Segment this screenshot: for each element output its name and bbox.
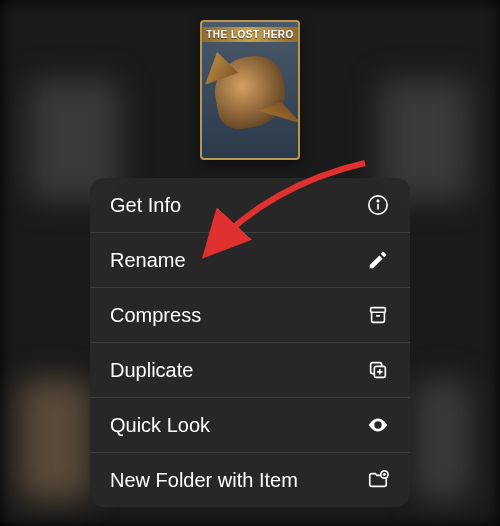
book-title: THE LOST HERO [202,29,298,40]
blurred-item [20,380,90,500]
folder-plus-icon [366,468,390,492]
info-icon [366,193,390,217]
duplicate-icon [366,358,390,382]
menu-item-label: New Folder with Item [110,469,298,492]
menu-compress[interactable]: Compress [90,288,410,343]
svg-rect-3 [371,308,386,313]
menu-get-info[interactable]: Get Info [90,178,410,233]
pencil-icon [366,248,390,272]
menu-item-label: Compress [110,304,201,327]
menu-item-label: Rename [110,249,186,272]
book-thumbnail[interactable]: THE LOST HERO [200,20,300,160]
archive-icon [366,303,390,327]
menu-item-label: Get Info [110,194,181,217]
menu-item-label: Quick Look [110,414,210,437]
menu-item-label: Duplicate [110,359,193,382]
menu-quick-look[interactable]: Quick Look [90,398,410,453]
menu-rename[interactable]: Rename [90,233,410,288]
book-cover-art [202,42,298,142]
blurred-item [415,380,470,500]
book-title-band: THE LOST HERO [202,27,298,42]
menu-new-folder-with-item[interactable]: New Folder with Item [90,453,410,507]
context-menu: Get Info Rename Compress Duplica [90,178,410,507]
menu-duplicate[interactable]: Duplicate [90,343,410,398]
svg-point-8 [376,423,380,427]
eye-icon [366,413,390,437]
svg-point-2 [377,200,378,201]
